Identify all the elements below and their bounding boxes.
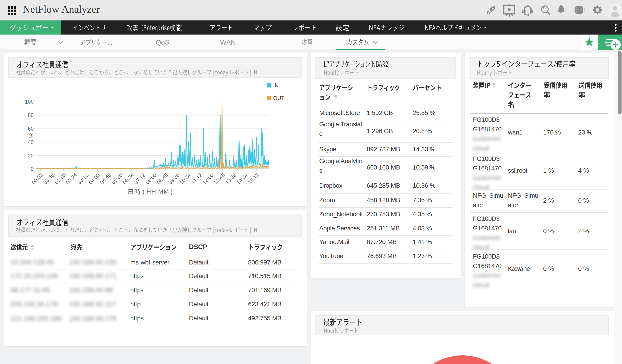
svg-text:08:00: 08:00 bbox=[144, 172, 158, 185]
svg-text:04:00: 04:00 bbox=[88, 172, 101, 185]
svg-text:10:24: 10:24 bbox=[178, 172, 192, 185]
svg-text:03:12: 03:12 bbox=[76, 172, 90, 185]
svg-text:12:00: 12:00 bbox=[201, 172, 214, 185]
svg-text:07:12: 07:12 bbox=[133, 172, 146, 185]
svg-text:12:48: 12:48 bbox=[213, 172, 226, 185]
svg-text:05:36: 05:36 bbox=[110, 172, 124, 185]
svg-text:11:12: 11:12 bbox=[190, 172, 203, 185]
svg-text:09:36: 09:36 bbox=[167, 172, 180, 185]
svg-text:IN: IN bbox=[273, 82, 278, 88]
svg-text:00:00: 00:00 bbox=[31, 172, 44, 185]
svg-text:00:48: 00:48 bbox=[42, 172, 56, 185]
svg-text:04:48: 04:48 bbox=[99, 172, 112, 185]
svg-text:100: 100 bbox=[25, 99, 34, 105]
svg-text:08:48: 08:48 bbox=[156, 172, 169, 185]
svg-text:01:36: 01:36 bbox=[53, 172, 67, 185]
svg-text:40: 40 bbox=[28, 139, 34, 145]
svg-text:60: 60 bbox=[28, 126, 34, 132]
svg-text:80: 80 bbox=[28, 112, 34, 118]
svg-text:06:24: 06:24 bbox=[122, 172, 135, 185]
svg-text:02:24: 02:24 bbox=[65, 172, 78, 185]
svg-text:14:24: 14:24 bbox=[235, 172, 249, 185]
svg-text:13:36: 13:36 bbox=[224, 172, 237, 185]
svg-text:20: 20 bbox=[28, 153, 34, 159]
svg-text:0: 0 bbox=[31, 166, 34, 172]
svg-text:15:12: 15:12 bbox=[247, 172, 260, 185]
svg-text:OUT: OUT bbox=[273, 95, 284, 101]
